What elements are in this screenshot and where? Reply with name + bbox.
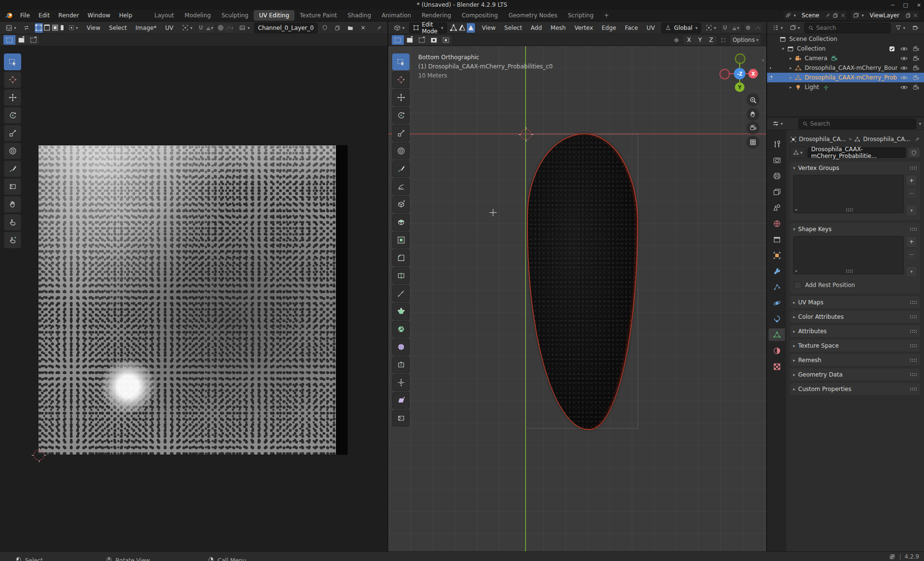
outliner-row-camera[interactable]: ▸Camera bbox=[767, 53, 924, 63]
outliner-display-mode[interactable]: ▾ bbox=[770, 24, 785, 32]
expand-chevron[interactable]: ▸ bbox=[787, 56, 794, 61]
vp-tool-measure[interactable] bbox=[392, 178, 410, 195]
camera-view-button[interactable] bbox=[746, 121, 759, 134]
properties-tab-particles[interactable] bbox=[769, 281, 785, 293]
panel-uv-maps[interactable]: ▸UV Maps bbox=[790, 296, 920, 308]
boxselect-mode-subtract[interactable] bbox=[416, 35, 428, 45]
vp-tool-inset[interactable] bbox=[392, 232, 410, 248]
orientation-dropdown[interactable]: Global ▾ bbox=[661, 23, 702, 33]
vp-tool-shear[interactable] bbox=[392, 392, 410, 409]
menu-file[interactable]: File bbox=[16, 11, 34, 20]
properties-tab-constraints[interactable] bbox=[769, 313, 785, 325]
add-workspace-button[interactable]: + bbox=[599, 10, 614, 21]
outliner-row-collection[interactable]: ▾Collection bbox=[767, 44, 924, 53]
pan-hand-button[interactable] bbox=[746, 108, 759, 121]
uv-boxselect-mode-set[interactable] bbox=[3, 35, 15, 45]
properties-tab-world[interactable] bbox=[769, 217, 785, 230]
panel-attributes[interactable]: ▸Attributes bbox=[790, 325, 920, 337]
vp-tool-rip-region[interactable] bbox=[392, 410, 410, 427]
properties-editor-type[interactable]: ▾ bbox=[770, 119, 785, 128]
hide-eye-icon[interactable] bbox=[900, 54, 908, 63]
cursor-3d[interactable] bbox=[521, 129, 531, 140]
proportional-toggle[interactable] bbox=[217, 23, 224, 33]
panel-vertex-groups-header[interactable]: ▾Vertex Groups bbox=[793, 164, 917, 172]
pin-icon[interactable] bbox=[825, 13, 831, 18]
uv-tool-grab[interactable] bbox=[4, 196, 21, 213]
mode-dropdown[interactable]: Edit Mode ▾ bbox=[409, 23, 447, 33]
vp-tool-poly-build[interactable] bbox=[392, 303, 410, 320]
vp-tool-loop-cut[interactable] bbox=[392, 267, 410, 284]
vp-tool-cursor[interactable] bbox=[392, 71, 410, 88]
properties-tab-tool[interactable] bbox=[769, 138, 785, 150]
gizmo-axis-neg-z[interactable]: -Z bbox=[734, 68, 745, 79]
disable-render-icon[interactable] bbox=[912, 45, 919, 52]
image-fake-user-button[interactable] bbox=[320, 24, 330, 32]
navigation-gizmo[interactable]: X Y -Z bbox=[721, 55, 758, 92]
mirror-z-button[interactable]: Z bbox=[706, 35, 717, 45]
ortho-toggle-button[interactable] bbox=[746, 136, 759, 149]
vp-tool-bevel[interactable] bbox=[392, 249, 410, 266]
properties-tab-texture[interactable] bbox=[769, 360, 785, 373]
panel-drag-grip[interactable] bbox=[910, 344, 917, 348]
properties-tab-modifiers[interactable] bbox=[769, 265, 785, 277]
mirror-x-button[interactable]: X bbox=[683, 35, 694, 45]
properties-search-field[interactable]: Search bbox=[798, 118, 917, 129]
image-duplicate-button[interactable] bbox=[332, 24, 343, 32]
outliner-row-light[interactable]: ▸Light bbox=[767, 82, 924, 92]
add-item-button[interactable]: + bbox=[906, 175, 917, 186]
zoom-button[interactable] bbox=[746, 93, 759, 106]
new-viewlayer-icon[interactable] bbox=[905, 13, 911, 18]
panel-drag-grip[interactable] bbox=[910, 358, 917, 362]
boxselect-mode-set[interactable] bbox=[392, 35, 404, 45]
disable-render-icon[interactable] bbox=[912, 65, 919, 71]
properties-tab-material[interactable] bbox=[769, 344, 785, 357]
workspace-tab-uv-editing[interactable]: UV Editing bbox=[254, 10, 295, 21]
list-expand-icon[interactable]: ▸ bbox=[796, 208, 797, 212]
panel-custom-properties[interactable]: ▸Custom Properties bbox=[790, 383, 920, 395]
vp-tool-move[interactable] bbox=[392, 89, 410, 106]
snap-settings[interactable]: ▾ bbox=[730, 23, 741, 33]
uv-sync-select-button[interactable] bbox=[21, 24, 32, 32]
proportional-falloff[interactable]: ▾ bbox=[224, 23, 234, 33]
viewlayer-selector[interactable]: ▾ ViewLayer × bbox=[850, 10, 920, 21]
image-pin-button[interactable] bbox=[374, 24, 385, 32]
uv-menu-image[interactable]: Image* bbox=[131, 23, 161, 33]
uv-boxselect-mode-subtract[interactable] bbox=[27, 35, 39, 45]
panel-color-attributes[interactable]: ▸Color Attributes bbox=[790, 311, 920, 323]
hide-eye-icon[interactable] bbox=[900, 64, 908, 72]
list-resize-grip[interactable] bbox=[846, 269, 853, 273]
uv-tool-cursor[interactable] bbox=[4, 71, 21, 88]
breadcrumb-data[interactable]: Drosophila_CA... bbox=[863, 136, 910, 143]
menu-help[interactable]: Help bbox=[115, 11, 136, 20]
gizmo-axis-neg-y[interactable] bbox=[735, 53, 745, 64]
uv-canvas[interactable] bbox=[0, 46, 387, 551]
add-rest-position-checkbox[interactable] bbox=[794, 281, 802, 289]
boxselect-mode-invert[interactable] bbox=[428, 35, 440, 45]
mesh-browse-button[interactable]: ▾ bbox=[790, 147, 806, 158]
workspace-tab-rendering[interactable]: Rendering bbox=[416, 10, 456, 21]
snap-toggle[interactable] bbox=[197, 23, 205, 33]
uv-select-mode-uv-island[interactable] bbox=[59, 23, 64, 33]
properties-options-icon[interactable]: ▾ bbox=[919, 121, 921, 126]
vp-tool-rotate[interactable] bbox=[392, 107, 410, 124]
vp-tool-scale[interactable] bbox=[392, 125, 410, 142]
vp-tool-add-cube[interactable] bbox=[392, 196, 410, 213]
pin-icon[interactable] bbox=[914, 136, 920, 142]
new-collection-button[interactable] bbox=[910, 24, 921, 32]
properties-tab-output[interactable] bbox=[769, 170, 785, 182]
workspace-tab-sculpting[interactable]: Sculpting bbox=[216, 10, 254, 21]
uv-tool-select-box[interactable] bbox=[4, 53, 21, 70]
vp-menu-mesh[interactable]: Mesh bbox=[546, 23, 570, 33]
specials-menu-button[interactable]: ▾ bbox=[906, 205, 917, 216]
uv-editor-type-button[interactable]: ▾ bbox=[3, 24, 19, 32]
gizmo-axis-y[interactable]: Y bbox=[735, 82, 744, 92]
fake-user-button[interactable] bbox=[908, 147, 920, 158]
image-unlink-button[interactable] bbox=[358, 24, 368, 31]
workspace-tab-layout[interactable]: Layout bbox=[149, 10, 180, 21]
outliner-filter-button[interactable]: ▾ bbox=[893, 24, 908, 32]
properties-tab-collection[interactable] bbox=[769, 233, 785, 246]
vp-menu-vertex[interactable]: Vertex bbox=[570, 23, 598, 33]
panel-drag-grip[interactable] bbox=[910, 373, 917, 377]
panel-drag-grip[interactable] bbox=[910, 315, 917, 319]
uv-tool-pinch[interactable] bbox=[4, 232, 21, 248]
